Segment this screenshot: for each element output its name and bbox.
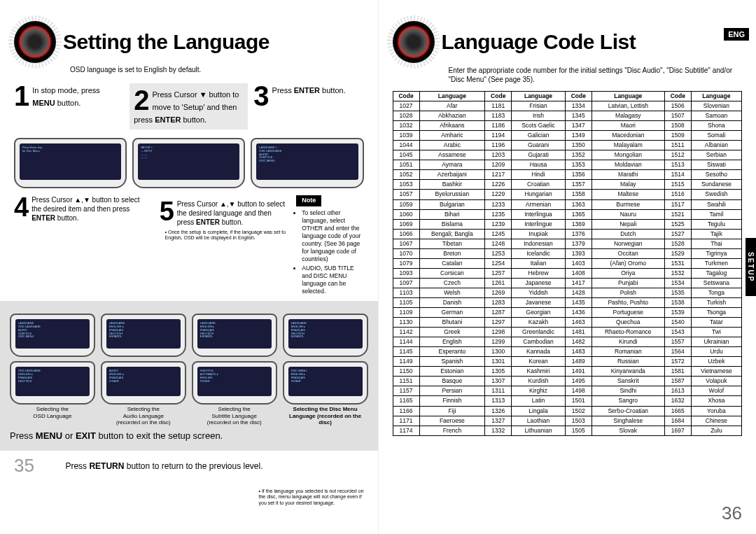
- table-row: 1174French1332Lithuanian1505Slovak1697Zu…: [393, 426, 742, 435]
- language-cell: Kannada: [512, 347, 565, 357]
- language-cell: Hungarian: [512, 190, 565, 199]
- language-cell: Bihari: [419, 209, 485, 219]
- code-cell: 1209: [485, 160, 512, 170]
- code-cell: 1572: [664, 357, 691, 367]
- language-cell: Hausa: [512, 160, 565, 170]
- page-number-left: 35: [14, 455, 34, 476]
- code-cell: 1489: [565, 357, 592, 367]
- code-cell: 1144: [393, 337, 419, 347]
- code-cell: 1502: [565, 406, 592, 416]
- code-cell: 1528: [664, 239, 691, 248]
- language-cell: Aymara: [419, 160, 485, 170]
- code-cell: 1532: [664, 268, 691, 278]
- language-cell: Japanese: [512, 278, 565, 288]
- language-cell: Laothian: [512, 416, 565, 426]
- gray-band: LANGUAGEOSD LANGUAGEAUDIOSUBTITLEDISC ME…: [0, 301, 378, 451]
- code-cell: 1529: [664, 248, 691, 258]
- table-row: 1044Arabic1196Guarani1350Malayalam1511Al…: [393, 141, 742, 150]
- language-cell: Portuguese: [592, 308, 664, 318]
- table-row: 1079Catalan1254Italian1403(Afan) Oromo15…: [393, 258, 742, 268]
- language-cell: Mongolian: [592, 150, 664, 160]
- foot-note: • If the language you selected is not re…: [259, 489, 364, 506]
- language-cell: Sangro: [592, 396, 664, 406]
- code-cell: 1186: [485, 121, 512, 131]
- code-cell: 1587: [664, 377, 691, 386]
- code-cell: 1203: [485, 150, 512, 160]
- code-cell: 1535: [664, 288, 691, 297]
- language-cell: Inupiak: [512, 229, 565, 239]
- code-cell: 1044: [393, 141, 419, 150]
- language-cell: Bhutani: [419, 318, 485, 328]
- code-cell: 1305: [485, 367, 512, 377]
- code-cell: 1269: [485, 288, 512, 297]
- language-cell: Hebrew: [512, 268, 565, 278]
- code-cell: 1059: [393, 199, 419, 209]
- language-cell: Gujarati: [512, 150, 565, 160]
- language-cell: Dutch: [592, 229, 664, 239]
- code-cell: 1229: [485, 190, 512, 199]
- code-cell: 1165: [393, 396, 419, 406]
- code-cell: 1226: [485, 180, 512, 190]
- language-cell: Faeroese: [419, 416, 485, 426]
- table-header: Code: [664, 92, 691, 101]
- language-cell: Swedish: [691, 190, 741, 199]
- language-cell: Tatar: [691, 318, 741, 328]
- language-cell: Assamese: [419, 150, 485, 160]
- step-2: 2 Press Cursor ▼ button to move to 'Setu…: [130, 83, 248, 129]
- language-cell: Corsican: [419, 268, 485, 278]
- code-cell: 1233: [485, 199, 512, 209]
- code-cell: 1481: [565, 328, 592, 337]
- code-cell: 1332: [485, 426, 512, 435]
- language-cell: Turkmen: [691, 258, 741, 268]
- table-row: 1039Amharic1194Galician1349Macedonian150…: [393, 131, 742, 141]
- language-cell: Vietnamese: [691, 367, 741, 377]
- tv-screenshot: SETUP >— HDTV— —— —: [132, 138, 245, 188]
- table-row: 1052Azerbaijani1217Hindi1356Marathi1514S…: [393, 170, 742, 180]
- language-cell: Fiji: [419, 406, 485, 416]
- language-cell: Byelorussian: [419, 190, 485, 199]
- language-cell: Tamil: [691, 209, 741, 219]
- code-cell: 1512: [664, 150, 691, 160]
- code-cell: 1145: [393, 347, 419, 357]
- language-cell: Irish: [512, 111, 565, 121]
- language-cell: Tibetan: [419, 239, 485, 248]
- language-cell: Persian: [419, 386, 485, 396]
- language-cell: Tonga: [691, 288, 741, 297]
- code-cell: 1517: [664, 199, 691, 209]
- code-cell: 1239: [485, 219, 512, 229]
- language-cell: Azerbaijani: [419, 170, 485, 180]
- language-cell: Sundanese: [691, 180, 741, 190]
- language-cell: Scots Gaelic: [512, 121, 565, 131]
- table-header: Language: [592, 92, 664, 101]
- code-cell: 1498: [565, 386, 592, 396]
- tv-screenshot: DISC MENUENGLISH ▸FRANÇAISOTHER: [283, 361, 368, 405]
- code-cell: 1301: [485, 357, 512, 367]
- language-cell: French: [419, 426, 485, 435]
- code-cell: 1051: [393, 160, 419, 170]
- code-cell: 1297: [485, 318, 512, 328]
- code-cell: 1358: [565, 190, 592, 199]
- language-cell: Wolof: [691, 386, 741, 396]
- code-cell: 1166: [393, 406, 419, 416]
- language-cell: Cambodian: [512, 337, 565, 347]
- code-cell: 1248: [485, 239, 512, 248]
- table-row: 1145Esperanto1300Kannada1483Romanian1564…: [393, 347, 742, 357]
- code-cell: 1501: [565, 396, 592, 406]
- language-cell: Uzbek: [691, 357, 741, 367]
- code-cell: 1070: [393, 248, 419, 258]
- language-cell: Marathi: [592, 170, 664, 180]
- language-cell: Occitan: [592, 248, 664, 258]
- language-cell: Basque: [419, 377, 485, 386]
- language-cell: Setswana: [691, 278, 741, 288]
- language-cell: Nauru: [592, 209, 664, 219]
- step-1: 1 In stop mode, press MENU button.: [14, 83, 124, 129]
- code-cell: 1393: [565, 248, 592, 258]
- code-cell: 1261: [485, 278, 512, 288]
- code-cell: 1408: [565, 268, 592, 278]
- code-cell: 1151: [393, 377, 419, 386]
- language-cell: Tigrinya: [691, 248, 741, 258]
- table-row: 1059Bulgarian1233Armenian1363Burmese1517…: [393, 199, 742, 209]
- code-cell: 1534: [664, 278, 691, 288]
- language-cell: Tegulu: [691, 219, 741, 229]
- caption: Selecting theSubtitle Language(recorded …: [192, 406, 277, 426]
